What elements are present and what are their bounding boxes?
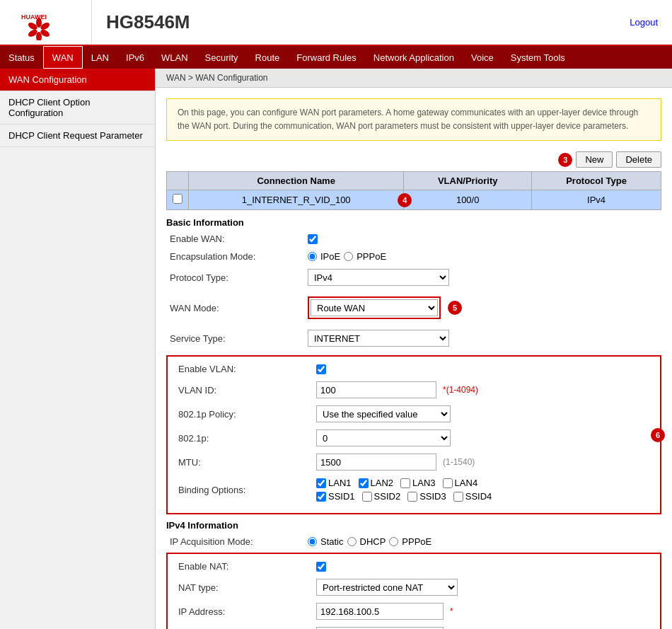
lan3-checkbox[interactable] — [400, 478, 410, 488]
logout-link[interactable]: Logout — [630, 17, 658, 28]
lan4-checkbox[interactable] — [443, 478, 453, 488]
row-vlan: 100/0 — [404, 190, 532, 210]
ipv4-title: IPv4 Information — [166, 520, 661, 531]
wan-mode-label: WAN Mode: — [166, 303, 308, 313]
col-connection-name: Connection Name — [189, 172, 404, 190]
ip-pppoe-radio[interactable] — [389, 537, 398, 546]
basic-info-title: Basic Information — [166, 217, 661, 228]
sidebar-item-dhcp-option[interactable]: DHCP Client Option Configuration — [0, 91, 155, 125]
enable-vlan-checkbox[interactable] — [316, 364, 326, 374]
logout-area[interactable]: Logout — [615, 17, 672, 28]
encap-pppoe-radio[interactable] — [344, 252, 353, 261]
header: HUAWEI HG8546M Logout — [0, 0, 672, 46]
nav-voice[interactable]: Voice — [463, 46, 502, 69]
enable-nat-row: Enable NAT: — [175, 560, 653, 573]
row-checkbox-cell[interactable] — [167, 190, 189, 210]
binding-lan1: LAN1 — [316, 478, 352, 488]
content-area: WAN > WAN Configuration On this page, yo… — [156, 69, 672, 629]
wan-mode-value: Route WAN Bridge WAN — [308, 293, 441, 323]
new-button[interactable]: New — [576, 151, 613, 168]
nav-wan[interactable]: WAN — [43, 46, 83, 69]
encapsulation-label: Encapsulation Mode: — [166, 251, 308, 262]
protocol-type-label: Protocol Type: — [166, 272, 308, 283]
binding-ssid1: SSID1 — [316, 491, 355, 502]
nav-network-app[interactable]: Network Application — [365, 46, 463, 69]
ip-static-radio[interactable] — [308, 537, 317, 546]
subnet-mask-row: Subnet Mask: * — [175, 625, 653, 629]
ip-address-label: IP Address: — [175, 606, 316, 617]
row-checkbox[interactable] — [173, 194, 183, 204]
huawei-logo: HUAWEI — [18, 5, 74, 40]
dot1p-policy-row: 802.1p Policy: Use the specified value U… — [175, 404, 653, 424]
vlan-id-hint: *(1-4094) — [443, 385, 478, 395]
connection-table: Connection Name VLAN/Priority Protocol T… — [166, 171, 661, 210]
ip-address-input[interactable] — [316, 603, 444, 620]
dot1p-policy-select[interactable]: Use the specified value Use inner priori… — [316, 405, 451, 422]
nav-wlan[interactable]: WLAN — [153, 46, 197, 69]
service-type-value: INTERNET — [308, 330, 449, 347]
service-type-select[interactable]: INTERNET — [308, 330, 449, 347]
enable-nat-checkbox[interactable] — [316, 562, 326, 572]
binding-lan2: LAN2 — [359, 478, 394, 488]
protocol-type-value: IPv4 — [308, 269, 449, 286]
ssid2-checkbox[interactable] — [362, 492, 372, 502]
dot1p-policy-label: 802.1p Policy: — [175, 409, 316, 420]
dot1p-select[interactable]: 0 1 2 — [316, 429, 451, 446]
ipv4-box: Enable NAT: NAT type: Port-restricted co… — [166, 553, 661, 629]
dot1p-value: 0 1 2 — [316, 429, 451, 446]
dot1p-policy-value: Use the specified value Use inner priori… — [316, 405, 451, 422]
nav-forward[interactable]: Forward Rules — [288, 46, 365, 69]
binding-options-label: Binding Options: — [175, 485, 316, 495]
encap-ipoe-radio[interactable] — [308, 252, 317, 261]
ip-dhcp-radio[interactable] — [347, 537, 357, 546]
nav-system-tools[interactable]: System Tools — [502, 46, 574, 69]
vlan-id-input[interactable] — [316, 381, 436, 398]
service-type-row: Service Type: INTERNET — [166, 328, 661, 348]
enable-nat-label: Enable NAT: — [175, 561, 316, 572]
ssid4-checkbox[interactable] — [453, 492, 463, 502]
binding-options-value: LAN1 LAN2 LAN3 — [316, 478, 492, 502]
sidebar-item-wan-config[interactable]: WAN Configuration — [0, 69, 155, 91]
nav-lan[interactable]: LAN — [83, 46, 117, 69]
nat-type-select[interactable]: Port-restricted cone NAT Full cone NAT A… — [316, 579, 458, 596]
binding-ssid2: SSID2 — [362, 491, 401, 502]
table-row: 1_INTERNET_R_VID_100 4 100/0 IPv4 — [167, 190, 661, 210]
lan1-checkbox[interactable] — [316, 478, 326, 488]
col-protocol: Protocol Type — [532, 172, 661, 190]
delete-button[interactable]: Delete — [616, 151, 661, 168]
mtu-input[interactable] — [316, 454, 436, 471]
breadcrumb: WAN > WAN Configuration — [156, 69, 672, 88]
sidebar-item-dhcp-param[interactable]: DHCP Client Request Parameter — [0, 125, 155, 147]
nav-security[interactable]: Security — [197, 46, 247, 69]
info-box: On this page, you can configure WAN port… — [166, 98, 661, 141]
logo-area: HUAWEI — [0, 0, 92, 45]
wan-mode-select[interactable]: Route WAN Bridge WAN — [311, 299, 438, 316]
ip-address-value: * — [316, 603, 453, 620]
ip-pppoe-label: PPPoE — [402, 536, 431, 547]
nat-type-row: NAT type: Port-restricted cone NAT Full … — [175, 577, 653, 597]
ssid1-checkbox[interactable] — [316, 492, 326, 502]
enable-vlan-value — [316, 364, 326, 374]
basic-info-section: Basic Information Enable WAN: Encapsulat… — [166, 217, 661, 348]
svg-point-4 — [36, 32, 42, 40]
ipv4-section: IPv4 Information IP Acquisition Mode: St… — [166, 520, 661, 629]
ip-acquisition-row: IP Acquisition Mode: Static DHCP PPPoE — [166, 535, 661, 548]
lan2-checkbox[interactable] — [359, 478, 369, 488]
nav-ipv6[interactable]: IPv6 — [117, 46, 153, 69]
protocol-type-select[interactable]: IPv4 — [308, 269, 449, 286]
mtu-value: (1-1540) — [316, 454, 475, 471]
binding-ssid3: SSID3 — [407, 491, 446, 502]
nav-status[interactable]: Status — [0, 46, 43, 69]
encapsulation-value: IPoE PPPoE — [308, 251, 386, 262]
badge-6: 6 — [651, 428, 665, 442]
row-protocol: IPv4 — [532, 190, 661, 210]
svg-text:HUAWEI: HUAWEI — [21, 13, 47, 21]
enable-vlan-row: Enable VLAN: — [175, 362, 653, 376]
svg-point-1 — [36, 18, 42, 28]
encap-ipoe-label: IPoE — [320, 251, 340, 262]
ssid3-checkbox[interactable] — [407, 492, 417, 502]
enable-wan-checkbox[interactable] — [308, 234, 318, 244]
mtu-hint: (1-1540) — [443, 457, 475, 467]
wan-mode-row: WAN Mode: Route WAN Bridge WAN 5 — [166, 292, 661, 324]
nav-route[interactable]: Route — [247, 46, 289, 69]
